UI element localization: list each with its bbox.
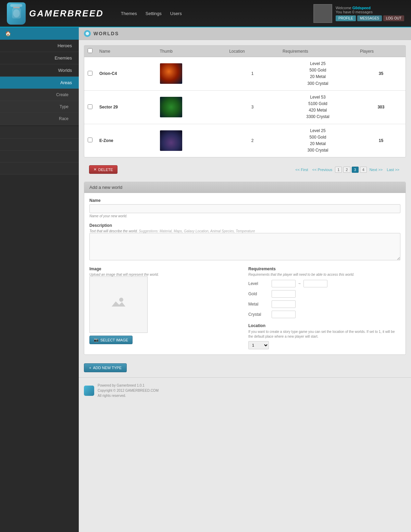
row-players-2: 15 [357, 124, 406, 157]
crystal-label: Crystal [248, 312, 269, 317]
image-col: Image Upload an image that will represen… [89, 267, 241, 349]
location-hint: If you want to create a story type game … [248, 329, 400, 339]
row-requirements-2: Level 25500 Gold20 Metal300 Crystal [279, 124, 357, 157]
description-textarea[interactable] [89, 233, 400, 260]
requirements-col: Requirements Requirements that the playe… [248, 267, 400, 349]
image-label: Image [89, 267, 241, 271]
page-2[interactable]: 2 [343, 167, 350, 173]
svg-point-4 [119, 298, 123, 302]
delete-button[interactable]: ✕ DELETE [89, 165, 117, 174]
level-label: Level [248, 281, 269, 286]
form-body: Name Name of your new world. Description… [84, 193, 406, 354]
footer-text: Powered by Gamerbreed 1.0.1 Copyright © … [98, 383, 159, 398]
row-checkbox-0[interactable] [88, 71, 92, 76]
welcome-text: Welcome [336, 6, 351, 10]
page-3[interactable]: 3 [352, 167, 359, 173]
select-image-button[interactable]: 📷 SELECT IMAGE [89, 336, 133, 344]
sidebar-item-areas[interactable]: Areas [0, 77, 79, 89]
row-players-0: 35 [357, 57, 406, 91]
add-type-button[interactable]: + ADD NEW TYPE [84, 363, 127, 372]
name-hint: Name of your new world. [89, 214, 400, 218]
crystal-input[interactable] [272, 311, 296, 318]
worlds-table-container: Name Thumb Location Requirements Players… [84, 45, 406, 157]
row-thumb-1 [160, 97, 182, 117]
location-section: Location If you want to create a story t… [248, 323, 400, 349]
prev-page-link[interactable]: << Previous [311, 167, 334, 172]
powered-by: Powered by Gamerbreed 1.0.1 [98, 383, 159, 388]
gold-row: Gold [248, 290, 400, 298]
col-name: Name [96, 46, 157, 57]
gold-input[interactable] [272, 290, 296, 298]
image-hint: Upload an image that will represent the … [89, 273, 241, 276]
row-name-0: Orion-C4 [99, 71, 117, 76]
form-two-col: Image Upload an image that will represen… [89, 267, 400, 349]
row-checkbox-1[interactable] [88, 104, 92, 109]
table-row: E-Zone 2 Level 25500 Gold20 Metal300 Cry… [84, 124, 406, 157]
nav-themes[interactable]: Themes [121, 11, 137, 16]
row-location-2: 2 [226, 124, 279, 157]
select-all-checkbox[interactable] [88, 48, 92, 53]
header: GAMERBREED Themes Settings Users Welcome… [0, 0, 411, 27]
description-group: Description Text that will describe the … [89, 223, 400, 261]
user-info: Welcome G0dspeed You have 0 messages PRO… [336, 6, 404, 21]
footer: Powered by Gamerbreed 1.0.1 Copyright © … [79, 377, 411, 403]
pagination-bar: ✕ DELETE << First << Previous 1 2 3 4 Ne… [84, 163, 406, 177]
home-icon: 🏠 [5, 31, 11, 36]
add-world-header: Add a new world [84, 182, 406, 193]
worlds-table: Name Thumb Location Requirements Players… [84, 46, 406, 157]
sidebar: 🏠 Heroes Enemies Worlds Areas Create Typ… [0, 27, 79, 532]
name-group: Name Name of your new world. [89, 198, 400, 218]
description-hint-top: Text that will describe the world. Sugge… [89, 229, 400, 233]
sidebar-item-enemies[interactable]: Enemies [0, 52, 79, 64]
location-label: Location [248, 323, 400, 328]
sidebar-sub-menu: Create Type Race [0, 89, 79, 125]
location-select[interactable]: 1 2 3 [248, 341, 269, 349]
sidebar-item-heroes[interactable]: Heroes [0, 40, 79, 52]
profile-button[interactable]: PROFILE [336, 15, 356, 21]
sidebar-home[interactable]: 🏠 [0, 27, 79, 40]
requirements-label: Requirements [248, 267, 400, 271]
logo-icon [7, 2, 26, 25]
user-buttons: PROFILE MESSAGES LOG OUT [336, 15, 404, 21]
add-type-icon: + [89, 366, 91, 370]
page-links: << First << Previous 1 2 3 4 Next >> Las… [294, 167, 401, 173]
logo-area: GAMERBREED Themes Settings Users [7, 2, 313, 25]
sidebar-item-worlds[interactable]: Worlds [0, 64, 79, 77]
row-requirements-1: Level 535100 Gold420 Metal3300 Crystal [279, 90, 357, 124]
row-checkbox-2[interactable] [88, 138, 92, 142]
level-input-max[interactable] [303, 280, 327, 287]
metal-input[interactable] [272, 300, 296, 308]
row-thumb-0 [160, 63, 182, 84]
page-1[interactable]: 1 [335, 167, 342, 173]
messages-button[interactable]: MESSAGES [357, 15, 382, 21]
svg-point-3 [86, 32, 89, 35]
image-placeholder-icon [108, 293, 129, 316]
sidebar-sub-race[interactable]: Race [0, 113, 79, 125]
worlds-icon [84, 30, 91, 37]
last-page-link[interactable]: Last >> [385, 167, 401, 172]
level-row: Level ~ [248, 280, 400, 287]
row-location-1: 3 [226, 90, 279, 124]
name-input[interactable] [89, 204, 400, 213]
page-header: WORLDS [79, 27, 411, 40]
page-4[interactable]: 4 [360, 167, 367, 173]
col-requirements: Requirements [279, 46, 357, 57]
level-input[interactable] [272, 280, 296, 287]
svg-point-2 [13, 9, 20, 17]
main-nav: Themes Settings Users [121, 11, 182, 16]
logout-button[interactable]: LOG OUT [383, 15, 404, 21]
sidebar-sub-type[interactable]: Type [0, 101, 79, 113]
username: G0dspeed [352, 6, 371, 10]
nav-users[interactable]: Users [170, 11, 182, 16]
col-players: Players [357, 46, 406, 57]
first-page-link[interactable]: << First [294, 167, 309, 172]
row-players-1: 303 [357, 90, 406, 124]
copyright: Copyright © 2012 GAMERBREED.COM [98, 388, 159, 393]
next-page-link[interactable]: Next >> [368, 167, 384, 172]
row-location-0: 1 [226, 57, 279, 91]
sidebar-lower [0, 127, 79, 174]
footer-logo [84, 386, 94, 396]
nav-settings[interactable]: Settings [146, 11, 162, 16]
sidebar-sub-create[interactable]: Create [0, 89, 79, 101]
gold-label: Gold [248, 291, 269, 296]
